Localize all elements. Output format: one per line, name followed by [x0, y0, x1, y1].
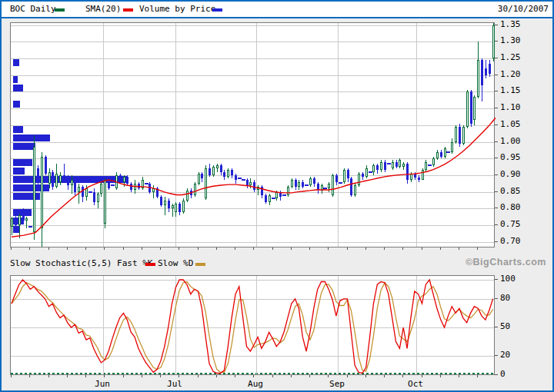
stochastic-d-swatch: [195, 263, 205, 266]
price-axis-tick: [495, 158, 498, 158]
price-axis-label: 1.15: [500, 85, 539, 95]
price-axis-label: 1.05: [500, 119, 539, 129]
week-tick-main: [104, 247, 105, 250]
stochastic-lines: [11, 276, 496, 376]
week-tick-main: [365, 247, 366, 250]
week-tick-main: [253, 247, 254, 250]
price-chart-plot: [10, 22, 495, 247]
price-axis-tick: [495, 141, 498, 142]
stoch-axis-label: 0: [500, 369, 539, 379]
week-tick-main: [422, 247, 422, 250]
price-axis-label: 1.30: [500, 35, 539, 45]
price-axis-tick: [495, 41, 498, 42]
stochastic-chart-plot: [10, 275, 495, 375]
stochastic-k-swatch: [145, 263, 155, 266]
stoch-axis-label: 80: [500, 293, 539, 303]
price-axis-tick: [495, 174, 498, 175]
week-tick-main: [142, 247, 142, 250]
week-tick-main: [440, 247, 441, 250]
week-tick-stoch: [477, 375, 478, 377]
price-axis-label: 1.00: [500, 136, 539, 146]
price-axis-tick: [495, 191, 498, 192]
week-tick-stoch: [459, 375, 459, 377]
price-axis-label: 0.80: [500, 202, 539, 212]
week-tick-main: [291, 247, 292, 250]
chart-date: 30/10/2007: [498, 4, 549, 14]
week-tick-main: [11, 247, 12, 250]
price-axis-tick: [495, 58, 498, 58]
week-tick-main: [198, 247, 199, 250]
bigcharts-stock-chart: BOC Daily SMA(20) Volume by Price 30/10/…: [0, 0, 554, 392]
week-tick-stoch: [123, 375, 124, 377]
week-tick-stoch: [291, 375, 292, 377]
bigcharts-watermark: ©BigCharts.com: [466, 257, 546, 267]
symbol-legend-swatch: [55, 8, 65, 12]
price-axis-label: 1.35: [500, 19, 539, 29]
price-axis-label: 0.95: [500, 152, 539, 162]
price-axis-tick: [495, 208, 498, 208]
stoch-axis-tick: [495, 374, 498, 375]
stoch-axis-tick: [495, 355, 498, 356]
week-tick-stoch: [67, 375, 68, 377]
stoch-axis-tick: [495, 298, 498, 299]
month-axis-label: Sep: [320, 379, 354, 389]
week-tick-main: [179, 247, 179, 250]
vbp-legend-label: Volume by Price: [139, 4, 215, 14]
frame-top: [0, 0, 554, 2]
price-axis-tick: [495, 91, 498, 91]
month-axis-label: Oct: [399, 379, 432, 389]
week-tick-main: [459, 247, 459, 250]
week-tick-stoch: [198, 375, 199, 377]
vbp-legend-swatch: [212, 8, 222, 12]
week-tick-stoch: [253, 375, 254, 377]
week-tick-main: [235, 247, 235, 250]
week-tick-main: [48, 247, 49, 250]
price-axis-tick: [495, 224, 498, 225]
week-tick-stoch: [48, 375, 49, 377]
price-axis-label: 0.90: [500, 169, 539, 179]
week-tick-main: [85, 247, 86, 250]
week-tick-main: [309, 247, 310, 250]
week-tick-stoch: [422, 375, 422, 377]
stoch-axis-label: 20: [500, 350, 539, 360]
stoch-axis-label: 100: [500, 274, 539, 284]
week-tick-main: [402, 247, 403, 250]
price-axis-tick: [495, 108, 498, 108]
week-tick-main: [477, 247, 478, 250]
week-tick-main: [67, 247, 68, 250]
stoch-axis-tick: [495, 327, 498, 327]
week-tick-stoch: [142, 375, 142, 377]
week-tick-stoch: [347, 375, 348, 377]
week-tick-stoch: [440, 375, 441, 377]
week-tick-main: [29, 247, 30, 250]
week-tick-stoch: [104, 375, 105, 377]
price-axis-tick: [495, 25, 498, 25]
price-axis-tick: [495, 241, 498, 242]
week-tick-stoch: [216, 375, 217, 377]
week-tick-stoch: [328, 375, 329, 377]
price-axis-label: 0.75: [500, 219, 539, 229]
week-tick-main: [328, 247, 329, 250]
week-tick-stoch: [11, 375, 12, 377]
week-tick-stoch: [29, 375, 30, 377]
price-axis-tick: [495, 125, 498, 125]
price-axis-label: 0.85: [500, 186, 539, 196]
stoch-axis-tick: [495, 279, 498, 280]
week-tick-stoch: [235, 375, 235, 377]
sma-legend-swatch: [123, 8, 133, 12]
frame-left: [0, 0, 2, 392]
week-tick-main: [123, 247, 124, 250]
sma-legend-label: SMA(20): [85, 4, 121, 14]
price-axis-tick: [495, 75, 498, 75]
week-tick-main: [272, 247, 273, 250]
week-tick-stoch: [365, 375, 366, 377]
header-divider: [0, 17, 554, 18]
week-tick-stoch: [179, 375, 179, 377]
stochastic-d-label: Slow %D: [158, 258, 193, 268]
stoch-axis-label: 50: [500, 321, 539, 331]
week-tick-stoch: [160, 375, 161, 377]
week-tick-stoch: [384, 375, 385, 377]
month-axis-label: Jul: [158, 379, 192, 389]
week-tick-main: [384, 247, 385, 250]
week-tick-stoch: [402, 375, 403, 377]
